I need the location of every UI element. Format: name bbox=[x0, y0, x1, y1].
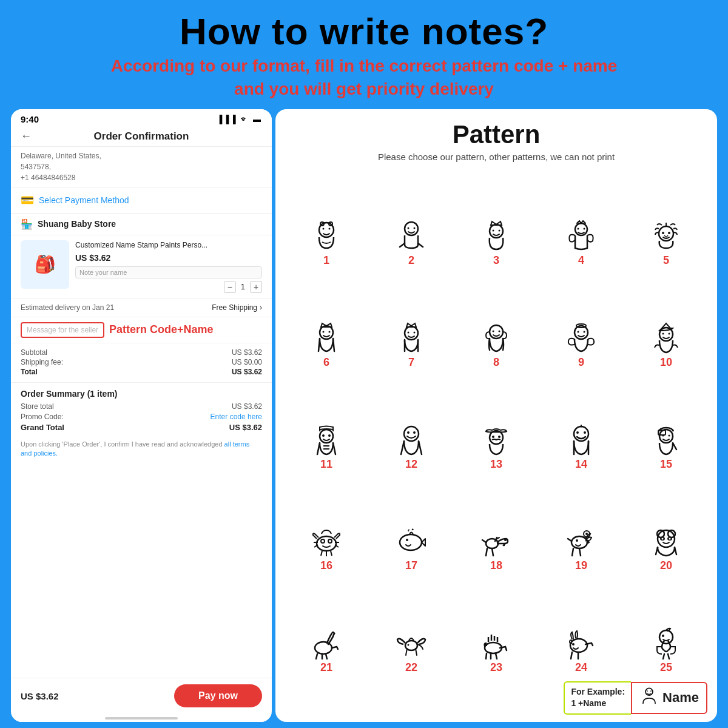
pattern-icon-22 bbox=[395, 627, 428, 660]
pattern-number-15: 15 bbox=[660, 458, 672, 471]
svg-point-9 bbox=[493, 230, 494, 232]
pattern-cell-21[interactable]: 21 bbox=[285, 577, 368, 676]
pattern-cell-3[interactable]: 3 bbox=[455, 170, 538, 270]
pattern-cell-25[interactable]: 25 bbox=[625, 577, 707, 676]
product-name: Customized Name Stamp Paints Perso... bbox=[75, 240, 262, 251]
status-bar: 9:40 ▐▐▐ ᯤ ▬ bbox=[11, 109, 272, 127]
product-details: Customized Name Stamp Paints Perso... US… bbox=[75, 240, 262, 293]
pattern-cell-24[interactable]: 24 bbox=[540, 577, 622, 676]
pattern-panel: Pattern Please choose our pattern, other… bbox=[275, 109, 717, 722]
pattern-cell-16[interactable]: 16 bbox=[285, 476, 368, 575]
pattern-number-11: 11 bbox=[320, 458, 332, 471]
pattern-icon-15 bbox=[650, 424, 682, 457]
pattern-cell-18[interactable]: 18 bbox=[455, 476, 538, 575]
pattern-number-13: 13 bbox=[490, 458, 502, 471]
svg-point-53 bbox=[400, 534, 422, 550]
pattern-cell-5[interactable]: 5 bbox=[625, 170, 707, 270]
pattern-icon-19 bbox=[565, 525, 598, 558]
pattern-number-4: 4 bbox=[578, 254, 584, 267]
svg-point-38 bbox=[413, 431, 416, 434]
main-container: How to write notes? According to our for… bbox=[0, 0, 728, 728]
pattern-cell-17[interactable]: 17 bbox=[370, 476, 453, 575]
svg-point-15 bbox=[662, 232, 664, 234]
pattern-cell-2[interactable]: 2 bbox=[370, 170, 453, 270]
product-price: US $3.62 bbox=[75, 253, 262, 263]
status-icons: ▐▐▐ ᯤ ▬ bbox=[217, 115, 262, 124]
svg-point-16 bbox=[668, 232, 670, 234]
total-row: Total US $3.62 bbox=[21, 368, 262, 376]
promo-row: Promo Code: Enter code here bbox=[21, 413, 262, 421]
pattern-cell-20[interactable]: 20 bbox=[625, 476, 707, 575]
example-icon bbox=[639, 687, 659, 709]
svg-point-77 bbox=[662, 635, 664, 637]
pattern-cell-12[interactable]: 12 bbox=[370, 374, 453, 473]
pattern-icon-18 bbox=[480, 525, 513, 558]
pattern-cell-8[interactable]: 8 bbox=[455, 272, 538, 371]
pattern-number-1: 1 bbox=[323, 254, 329, 267]
qty-increase-button[interactable]: + bbox=[250, 281, 262, 293]
pattern-cell-23[interactable]: 23 bbox=[455, 577, 538, 676]
pattern-cell-22[interactable]: 22 bbox=[370, 577, 453, 676]
svg-point-40 bbox=[492, 436, 494, 438]
back-arrow-icon[interactable]: ← bbox=[21, 130, 32, 143]
svg-point-49 bbox=[669, 434, 670, 436]
store-total-row: Store total US $3.62 bbox=[21, 402, 262, 411]
pattern-cell-9[interactable]: 9 bbox=[540, 272, 622, 371]
pattern-number-3: 3 bbox=[493, 254, 499, 267]
pattern-number-24: 24 bbox=[575, 661, 587, 674]
pattern-cell-11[interactable]: 11 bbox=[285, 374, 368, 473]
pattern-cell-10[interactable]: 10 bbox=[625, 272, 707, 371]
pattern-icon-9 bbox=[565, 322, 598, 355]
svg-point-48 bbox=[662, 434, 664, 436]
svg-point-74 bbox=[570, 639, 587, 652]
pattern-cell-19[interactable]: 19 bbox=[540, 476, 622, 575]
grand-total-row: Grand Total US $3.62 bbox=[21, 423, 262, 432]
order-header: ← Order Confirmation bbox=[11, 127, 272, 147]
svg-point-73 bbox=[485, 643, 487, 645]
pattern-icon-6 bbox=[310, 322, 343, 355]
product-note[interactable]: Note your name bbox=[75, 266, 262, 278]
pattern-icon-3 bbox=[480, 220, 513, 253]
svg-point-75 bbox=[572, 643, 575, 645]
message-for-seller-input[interactable]: Message for the seller bbox=[21, 322, 104, 338]
svg-point-21 bbox=[408, 331, 410, 333]
pattern-number-25: 25 bbox=[660, 661, 672, 674]
pattern-cell-6[interactable]: 6 bbox=[285, 272, 368, 371]
pattern-number-2: 2 bbox=[408, 254, 414, 267]
pattern-cell-14[interactable]: 14 bbox=[540, 374, 622, 473]
pattern-number-19: 19 bbox=[575, 559, 587, 572]
pattern-icon-17 bbox=[395, 525, 428, 558]
pattern-number-9: 9 bbox=[578, 356, 584, 369]
svg-point-71 bbox=[408, 644, 410, 645]
pattern-icon-1 bbox=[310, 220, 343, 253]
delivery-row: Estimated delivery on Jan 21 Free Shippi… bbox=[11, 298, 272, 317]
pattern-cell-7[interactable]: 7 bbox=[370, 272, 453, 371]
main-content: 9:40 ▐▐▐ ᯤ ▬ ← Order Confirmation Delawa… bbox=[11, 109, 717, 722]
payment-row[interactable]: 💳 Select Payment Method bbox=[11, 187, 272, 214]
svg-point-1 bbox=[323, 228, 325, 230]
svg-point-67 bbox=[669, 538, 671, 540]
pattern-icon-21 bbox=[310, 627, 343, 660]
home-line bbox=[105, 717, 178, 720]
svg-point-7 bbox=[414, 228, 416, 229]
svg-point-12 bbox=[578, 228, 579, 230]
pattern-number-8: 8 bbox=[493, 356, 499, 369]
example-name-text: Name bbox=[662, 690, 699, 706]
status-time: 9:40 bbox=[21, 114, 39, 124]
promo-code-link[interactable]: Enter code here bbox=[211, 413, 262, 421]
qty-decrease-button[interactable]: − bbox=[224, 281, 236, 293]
svg-point-19 bbox=[329, 331, 331, 332]
pattern-cell-4[interactable]: 4 bbox=[540, 170, 622, 270]
pattern-cell-1[interactable]: 1 bbox=[285, 170, 368, 270]
svg-point-39 bbox=[490, 431, 503, 444]
pattern-icon-13 bbox=[480, 424, 513, 457]
pay-now-button[interactable]: Pay now bbox=[174, 684, 262, 707]
subtotal-row: Subtotal US $3.62 bbox=[21, 348, 262, 357]
svg-point-56 bbox=[504, 539, 507, 541]
order-summary-block: Order Summary (1 item) Store total US $3… bbox=[11, 383, 272, 436]
pattern-number-17: 17 bbox=[405, 559, 417, 572]
example-right-box: Name bbox=[631, 682, 707, 714]
pattern-code-label: Pattern Code+Name bbox=[109, 323, 214, 336]
pattern-cell-13[interactable]: 13 bbox=[455, 374, 538, 473]
pattern-cell-15[interactable]: 15 bbox=[625, 374, 707, 473]
